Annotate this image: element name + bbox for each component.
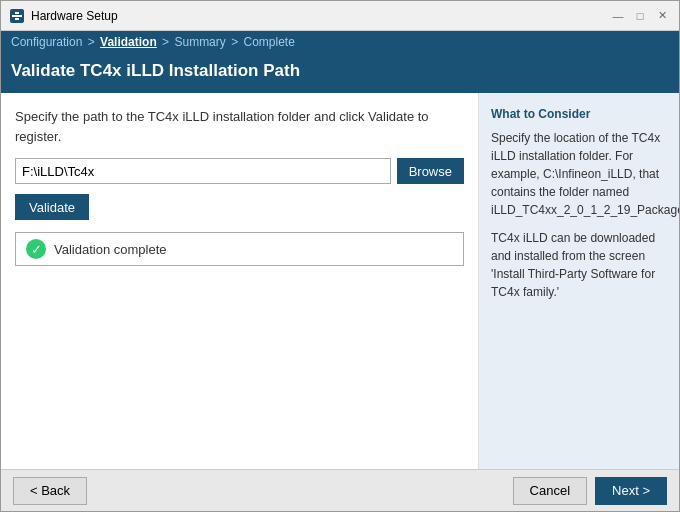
content-area: Specify the path to the TC4x iLLD instal… bbox=[1, 93, 679, 469]
close-button[interactable]: ✕ bbox=[653, 7, 671, 25]
page-title: Validate TC4x iLLD Installation Path bbox=[11, 61, 669, 81]
check-icon: ✓ bbox=[26, 239, 46, 259]
window-controls: — □ ✕ bbox=[609, 7, 671, 25]
title-bar: Hardware Setup — □ ✕ bbox=[1, 1, 679, 31]
app-icon bbox=[9, 8, 25, 24]
svg-rect-2 bbox=[15, 12, 19, 14]
back-button[interactable]: < Back bbox=[13, 477, 87, 505]
side-heading: What to Consider bbox=[491, 105, 667, 123]
footer-left: < Back bbox=[13, 477, 513, 505]
window: Hardware Setup — □ ✕ Configuration > Val… bbox=[0, 0, 680, 512]
maximize-button[interactable]: □ bbox=[631, 7, 649, 25]
svg-rect-1 bbox=[12, 15, 22, 17]
path-input[interactable] bbox=[15, 158, 391, 184]
description-text: Specify the path to the TC4x iLLD instal… bbox=[15, 107, 464, 146]
breadcrumb-summary: Summary bbox=[174, 35, 225, 49]
side-panel: What to Consider Specify the location of… bbox=[479, 93, 679, 469]
side-para1: Specify the location of the TC4x iLLD in… bbox=[491, 129, 667, 219]
side-para2: TC4x iLLD can be downloaded and installe… bbox=[491, 229, 667, 301]
footer: < Back Cancel Next > bbox=[1, 469, 679, 511]
path-row: Browse bbox=[15, 158, 464, 184]
validation-text: Validation complete bbox=[54, 242, 167, 257]
breadcrumb-configuration: Configuration bbox=[11, 35, 82, 49]
window-title: Hardware Setup bbox=[31, 9, 609, 23]
cancel-button[interactable]: Cancel bbox=[513, 477, 587, 505]
main-panel: Specify the path to the TC4x iLLD instal… bbox=[1, 93, 479, 469]
svg-rect-3 bbox=[15, 18, 19, 20]
breadcrumb: Configuration > Validation > Summary > C… bbox=[1, 31, 679, 53]
next-button[interactable]: Next > bbox=[595, 477, 667, 505]
browse-button[interactable]: Browse bbox=[397, 158, 464, 184]
footer-right: Cancel Next > bbox=[513, 477, 667, 505]
breadcrumb-complete: Complete bbox=[243, 35, 294, 49]
validation-result: ✓ Validation complete bbox=[15, 232, 464, 266]
validate-button[interactable]: Validate bbox=[15, 194, 89, 220]
minimize-button[interactable]: — bbox=[609, 7, 627, 25]
breadcrumb-validation: Validation bbox=[100, 35, 157, 49]
page-header: Validate TC4x iLLD Installation Path bbox=[1, 53, 679, 93]
